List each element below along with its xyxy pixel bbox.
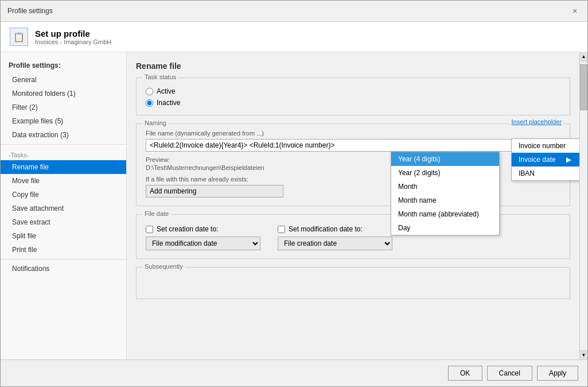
apply-button[interactable]: Apply [537, 366, 578, 381]
content-area: Rename file Task status Active Inactive [127, 52, 579, 359]
sidebar-item-example-files[interactable]: Example files (5) [1, 114, 126, 128]
profile-subtitle: Invoices - Imaginary GmbH [35, 38, 111, 45]
sidebar-item-data-extraction[interactable]: Data extraction (3) [1, 128, 126, 142]
menu-item-year4[interactable]: Year (4 digits) [391, 152, 499, 166]
title-bar-title: Profile settings [7, 7, 53, 15]
sidebar-item-print-file[interactable]: Print file [1, 243, 126, 257]
page-title: Rename file [136, 61, 570, 71]
task-status-box: Task status Active Inactive [136, 78, 570, 115]
creation-checkbox[interactable] [146, 226, 153, 233]
menu-item-month-name-abbr[interactable]: Month name (abbreviated) [391, 207, 499, 221]
menu-item-iban[interactable]: IBAN [512, 167, 579, 180]
sidebar-item-split-file[interactable]: Split file [1, 229, 126, 243]
naming-legend: Naming [142, 119, 169, 126]
file-date-box: File date Set creation date to: File mod… [136, 214, 570, 259]
footer: OK Cancel Apply [1, 359, 587, 386]
profile-title: Set up profile [35, 29, 111, 38]
menu-item-invoice-number[interactable]: Invoice number [512, 139, 579, 153]
file-date-legend: File date [142, 210, 171, 217]
cancel-button[interactable]: Cancel [487, 366, 532, 381]
sidebar-item-general[interactable]: General [1, 73, 126, 87]
scrollbar[interactable]: ▲ ▼ [579, 52, 587, 359]
modification-label: Set modification date to: [289, 225, 363, 233]
filename-input[interactable] [146, 139, 560, 152]
sidebar: Profile settings: General Monitored fold… [1, 52, 127, 359]
creation-checkbox-row: Set creation date to: [146, 225, 260, 233]
sidebar-item-move-file[interactable]: Move file [1, 174, 126, 188]
scroll-track [580, 61, 587, 350]
sidebar-item-rename-file[interactable]: Rename file [1, 160, 126, 174]
ok-button[interactable]: OK [448, 366, 482, 381]
subsequently-legend: Subsequently [142, 263, 185, 270]
invoice-date-submenu: Year (4 digits) Year (2 digits) Month Mo… [391, 152, 500, 235]
creation-select[interactable]: File modification date [146, 237, 260, 250]
sidebar-item-save-extract[interactable]: Save extract [1, 215, 126, 229]
insert-placeholder-link[interactable]: Insert placeholder [509, 118, 564, 125]
content-wrapper: Rename file Task status Active Inactive [127, 52, 587, 359]
task-status-radio-group: Active Inactive [146, 84, 560, 107]
sidebar-item-save-attachment[interactable]: Save attachment [1, 202, 126, 215]
naming-box: Naming Insert placeholder File name (dyn… [136, 123, 570, 206]
menu-item-month[interactable]: Month [391, 180, 499, 194]
modification-checkbox-row: Set modification date to: [278, 225, 392, 233]
menu-item-year2[interactable]: Year (2 digits) [391, 166, 499, 180]
menu-item-day[interactable]: Day [391, 221, 499, 235]
profile-icon: 📋 [10, 28, 28, 46]
title-bar: Profile settings × [1, 1, 587, 22]
menu-item-invoice-date[interactable]: Invoice date ▶ [512, 153, 579, 167]
scroll-thumb[interactable] [580, 64, 587, 110]
first-level-menu: Invoice number Invoice date ▶ IBAN [511, 138, 579, 181]
scroll-up-button[interactable]: ▲ [580, 52, 587, 61]
header-section: 📋 Set up profile Invoices - Imaginary Gm… [1, 22, 587, 52]
radio-inactive-label: Inactive [157, 99, 180, 107]
subsequently-box: Subsequently [136, 267, 570, 299]
profile-settings-window: Profile settings × 📋 Set up profile Invo… [0, 0, 588, 387]
radio-active-row: Active [146, 87, 560, 95]
arrow-icon: ▶ [566, 156, 571, 164]
sidebar-title: Profile settings: [1, 58, 126, 73]
sidebar-item-copy-file[interactable]: Copy file [1, 188, 126, 202]
task-status-legend: Task status [142, 73, 178, 80]
close-button[interactable]: × [569, 5, 581, 17]
filename-label: File name (dynamically generated from ..… [146, 130, 560, 137]
title-bar-text: Profile settings [7, 7, 53, 15]
modification-select[interactable]: File creation date [278, 237, 392, 250]
sidebar-item-notifications[interactable]: Notifications [1, 262, 126, 276]
radio-active-label: Active [157, 87, 176, 95]
sidebar-item-monitored-folders[interactable]: Monitored folders (1) [1, 87, 126, 100]
radio-active[interactable] [146, 88, 153, 95]
sidebar-item-filter[interactable]: Filter (2) [1, 100, 126, 114]
menu-item-month-name[interactable]: Month name [391, 194, 499, 207]
creation-label: Set creation date to: [157, 225, 218, 233]
exists-input[interactable] [146, 185, 283, 198]
radio-inactive-row: Inactive [146, 99, 560, 107]
main-content: Profile settings: General Monitored fold… [1, 52, 587, 359]
tasks-header: -Tasks- [1, 147, 126, 160]
radio-inactive[interactable] [146, 99, 153, 107]
modification-checkbox[interactable] [278, 226, 285, 233]
scroll-down-button[interactable]: ▼ [580, 350, 587, 359]
